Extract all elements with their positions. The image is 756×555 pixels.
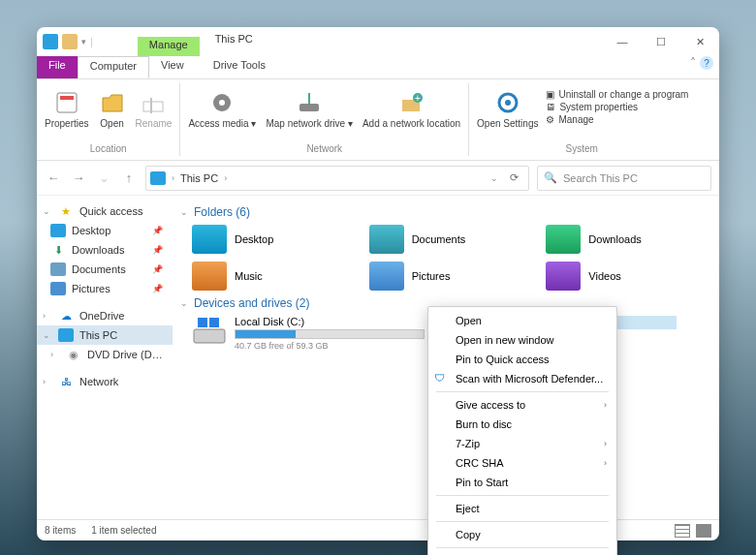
folders-section-header[interactable]: ⌄Folders (6) (180, 205, 711, 219)
search-box[interactable]: 🔍 Search This PC (537, 166, 711, 191)
sidebar-network[interactable]: ›🖧Network (37, 372, 173, 391)
sidebar-quick-access[interactable]: ⌄★Quick access (37, 201, 173, 221)
maximize-button[interactable]: ☐ (642, 27, 680, 56)
ribbon-collapse-icon[interactable]: ˄ (690, 56, 696, 70)
folder-label: Music (235, 270, 263, 282)
selection-count: 1 item selected (91, 525, 156, 536)
folder-icon (192, 262, 227, 291)
uninstall-label: Uninstall or change a program (558, 89, 688, 100)
folder-downloads[interactable]: Downloads (546, 225, 711, 254)
svg-rect-2 (143, 102, 163, 111)
menu-item-crc-sha[interactable]: CRC SHA› (428, 453, 616, 473)
sidebar-pictures[interactable]: Pictures📌 (37, 279, 173, 298)
folder-icon (546, 262, 581, 291)
menu-separator (436, 521, 609, 522)
menu-item-open[interactable]: Open (428, 311, 616, 330)
help-icon[interactable]: ? (700, 56, 713, 70)
menu-item-open-in-new-window[interactable]: Open in new window (428, 330, 616, 350)
menu-item-scan-with-microsoft-defender[interactable]: 🛡Scan with Microsoft Defender... (428, 369, 616, 388)
menu-label: CRC SHA (456, 457, 504, 469)
folder-documents[interactable]: Documents (369, 225, 535, 254)
menu-item-pin-to-quick-access[interactable]: Pin to Quick access (428, 350, 616, 369)
group-system: System (475, 141, 688, 156)
forward-button[interactable]: → (70, 170, 87, 185)
details-view-button[interactable] (675, 524, 690, 538)
access-media-button[interactable]: Access media ▾ (186, 87, 258, 131)
breadcrumb-this-pc[interactable]: This PC (180, 172, 218, 184)
sidebar-dvd-drive[interactable]: ›◉DVD Drive (D:) CCCC (37, 345, 173, 364)
folder-pictures[interactable]: Pictures (369, 262, 535, 291)
open-folder-icon (99, 89, 126, 116)
sidebar-onedrive[interactable]: ›☁OneDrive (37, 306, 173, 325)
menu-item-create-shortcut[interactable]: Create shortcut (428, 551, 616, 555)
folder-videos[interactable]: Videos (546, 262, 711, 291)
manage-icon: ⚙ (546, 114, 554, 125)
tab-drive-tools[interactable]: Drive Tools (202, 56, 277, 78)
manage-button[interactable]: ⚙Manage (546, 114, 688, 125)
system-list: ▣Uninstall or change a program 🖥System p… (546, 87, 688, 125)
sidebar-documents[interactable]: Documents📌 (37, 260, 173, 279)
sidebar-downloads[interactable]: ⬇Downloads📌 (37, 240, 173, 260)
folder-desktop[interactable]: Desktop (192, 225, 358, 254)
svg-rect-12 (194, 329, 225, 343)
up-button[interactable]: ↑ (120, 170, 138, 185)
manage-label: Manage (558, 114, 593, 125)
chevron-right-icon[interactable]: › (224, 173, 227, 183)
minimize-button[interactable]: — (603, 27, 642, 56)
svg-rect-6 (299, 104, 319, 111)
open-label: Open (100, 118, 123, 129)
usage-bar (235, 329, 425, 339)
shield-icon: 🛡 (434, 372, 448, 385)
access-media-label: Access media ▾ (188, 118, 256, 129)
tab-computer[interactable]: Computer (78, 56, 149, 78)
pin-icon: 📌 (152, 264, 167, 274)
address-dropdown-icon[interactable]: ⌄ (490, 173, 498, 183)
sb-label: Pictures (72, 283, 110, 294)
menu-item-eject[interactable]: Eject (428, 499, 616, 518)
open-settings-label: Open Settings (477, 118, 538, 129)
folder-music[interactable]: Music (192, 262, 358, 291)
context-tab-manage[interactable]: Manage (138, 37, 200, 56)
rename-button[interactable]: Rename (134, 87, 174, 131)
quick-access-label: Quick access (79, 205, 142, 217)
map-drive-button[interactable]: Map network drive ▾ (264, 87, 354, 131)
sb-label: OneDrive (79, 310, 124, 322)
document-icon (50, 262, 66, 276)
settings-icon (494, 89, 521, 116)
address-bar[interactable]: › This PC › ⌄ ⟳ (145, 166, 529, 191)
sb-label: Desktop (72, 225, 110, 236)
folder-icon[interactable] (62, 34, 78, 49)
pin-icon: 📌 (152, 284, 167, 293)
system-properties-button[interactable]: 🖥System properties (546, 102, 688, 112)
qat-dropdown-icon[interactable]: ▾ (81, 37, 86, 46)
group-network: Network (186, 141, 462, 156)
refresh-button[interactable]: ⟳ (504, 171, 524, 184)
properties-button[interactable]: Properties (43, 87, 91, 131)
menu-item-7-zip[interactable]: 7-Zip› (428, 434, 616, 453)
open-button[interactable]: Open (97, 87, 128, 131)
search-icon: 🔍 (544, 171, 557, 184)
menu-item-pin-to-start[interactable]: Pin to Start (428, 473, 616, 492)
uninstall-program-button[interactable]: ▣Uninstall or change a program (546, 89, 688, 100)
local-disk-c[interactable]: Local Disk (C:) 40.7 GB free of 59.3 GB (192, 316, 425, 351)
add-net-location-button[interactable]: + Add a network location (361, 87, 462, 131)
menu-label: 7-Zip (456, 438, 480, 449)
sidebar-this-pc[interactable]: ⌄This PC (37, 325, 173, 345)
chevron-right-icon: › (172, 173, 174, 183)
sidebar-desktop[interactable]: Desktop📌 (37, 221, 173, 240)
thumbnails-view-button[interactable] (696, 524, 711, 538)
tab-file[interactable]: File (37, 56, 78, 78)
menu-item-give-access-to[interactable]: Give access to› (428, 395, 616, 415)
open-settings-button[interactable]: Open Settings (475, 87, 540, 131)
ribbon-tabs: File Computer View Drive Tools ˄ ? (37, 56, 719, 79)
sb-label: Documents (72, 263, 126, 275)
menu-item-burn-to-disc[interactable]: Burn to disc (428, 415, 616, 434)
search-placeholder: Search This PC (563, 172, 638, 184)
tab-view[interactable]: View (149, 56, 196, 78)
menu-label: Copy (456, 529, 481, 540)
recent-dropdown[interactable]: ⌄ (95, 170, 112, 185)
chevron-down-icon: ⌄ (180, 298, 188, 308)
menu-item-copy[interactable]: Copy (428, 525, 616, 544)
close-button[interactable]: ✕ (680, 27, 719, 56)
back-button[interactable]: ← (45, 170, 62, 185)
